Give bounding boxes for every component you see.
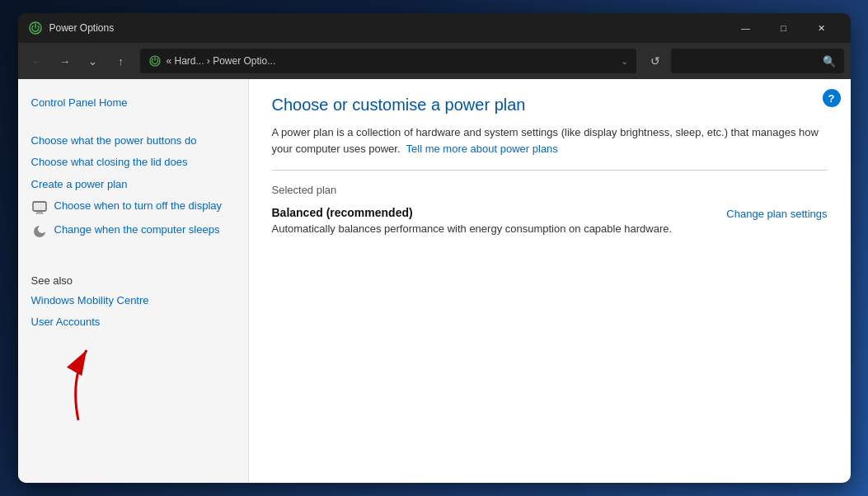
- sidebar-item-lid[interactable]: Choose what closing the lid does: [18, 152, 248, 173]
- main-description: A power plan is a collection of hardware…: [272, 124, 828, 157]
- sidebar-item-create-plan[interactable]: Create a power plan: [18, 174, 248, 195]
- page-title: Choose or customise a power plan: [272, 96, 828, 115]
- sidebar: Control Panel Home Choose what the power…: [18, 79, 249, 483]
- back-icon: ←: [31, 55, 42, 68]
- sidebar-item-power-buttons[interactable]: Choose what the power buttons do: [18, 130, 248, 152]
- up-icon: ↑: [118, 55, 124, 68]
- window-icon: [28, 21, 43, 35]
- titlebar-controls: — □ ✕: [727, 15, 841, 41]
- svg-rect-3: [36, 212, 43, 213]
- search-bar[interactable]: 🔍: [671, 49, 844, 73]
- search-input[interactable]: [679, 55, 818, 67]
- maximize-button[interactable]: □: [765, 15, 803, 41]
- svg-point-6: [38, 225, 46, 233]
- plan-row: Balanced (recommended) Automatically bal…: [272, 206, 828, 235]
- help-button[interactable]: ?: [823, 89, 841, 107]
- minimize-button[interactable]: —: [727, 15, 765, 41]
- sidebar-item-control-panel-home[interactable]: Control Panel Home: [18, 92, 248, 114]
- titlebar: Power Options — □ ✕: [18, 13, 851, 43]
- forward-button[interactable]: →: [53, 49, 77, 73]
- plan-description: Automatically balances performance with …: [272, 222, 673, 235]
- forward-icon: →: [59, 55, 70, 68]
- power-buttons-label: Choose what the power buttons do: [31, 133, 197, 148]
- dropdown-button[interactable]: ⌄: [81, 49, 106, 73]
- display-label: Choose when to turn off the display: [54, 199, 223, 213]
- selected-plan-label: Selected plan: [272, 184, 828, 196]
- see-also-label: See also: [18, 268, 248, 290]
- up-button[interactable]: ↑: [109, 49, 134, 73]
- svg-rect-4: [35, 213, 44, 214]
- plan-info: Balanced (recommended) Automatically bal…: [272, 206, 673, 235]
- address-bar[interactable]: « Hard... › Power Optio... ⌄: [140, 49, 636, 73]
- create-plan-label: Create a power plan: [31, 177, 128, 192]
- window-title: Power Options: [49, 22, 727, 34]
- control-panel-home-label: Control Panel Home: [31, 96, 128, 110]
- monitor-icon: [31, 199, 48, 216]
- sleep-label: Change when the computer sleeps: [54, 222, 220, 237]
- divider: [272, 170, 828, 171]
- sidebar-item-mobility[interactable]: Windows Mobility Centre: [18, 290, 248, 311]
- plan-name: Balanced (recommended): [272, 206, 673, 219]
- close-button[interactable]: ✕: [803, 15, 841, 41]
- sidebar-item-accounts[interactable]: User Accounts: [18, 311, 248, 333]
- sidebar-item-sleep[interactable]: Change when the computer sleeps: [18, 219, 248, 243]
- search-icon[interactable]: 🔍: [823, 55, 836, 68]
- svg-rect-2: [33, 202, 46, 211]
- window: Power Options — □ ✕ ← → ⌄ ↑ « Hard... › …: [18, 13, 851, 483]
- moon-icon: [31, 223, 48, 240]
- navbar: ← → ⌄ ↑ « Hard... › Power Optio... ⌄ ↺ 🔍: [18, 43, 851, 79]
- learn-more-link[interactable]: Tell me more about power plans: [406, 143, 558, 155]
- content-area: Control Panel Home Choose what the power…: [18, 79, 851, 483]
- refresh-icon: ↺: [650, 54, 660, 68]
- address-chevron-icon[interactable]: ⌄: [621, 56, 628, 67]
- lid-label: Choose what closing the lid does: [31, 155, 188, 170]
- sidebar-item-display[interactable]: Choose when to turn off the display: [18, 195, 248, 219]
- address-bar-icon: [148, 54, 162, 68]
- change-plan-settings-link[interactable]: Change plan settings: [726, 208, 827, 220]
- mobility-label: Windows Mobility Centre: [31, 293, 149, 308]
- address-path: « Hard... › Power Optio...: [167, 55, 616, 67]
- main-panel: ? Choose or customise a power plan A pow…: [249, 79, 851, 483]
- back-button[interactable]: ←: [25, 49, 49, 73]
- dropdown-icon: ⌄: [88, 55, 97, 68]
- refresh-button[interactable]: ↺: [643, 49, 668, 73]
- accounts-label: User Accounts: [31, 315, 101, 330]
